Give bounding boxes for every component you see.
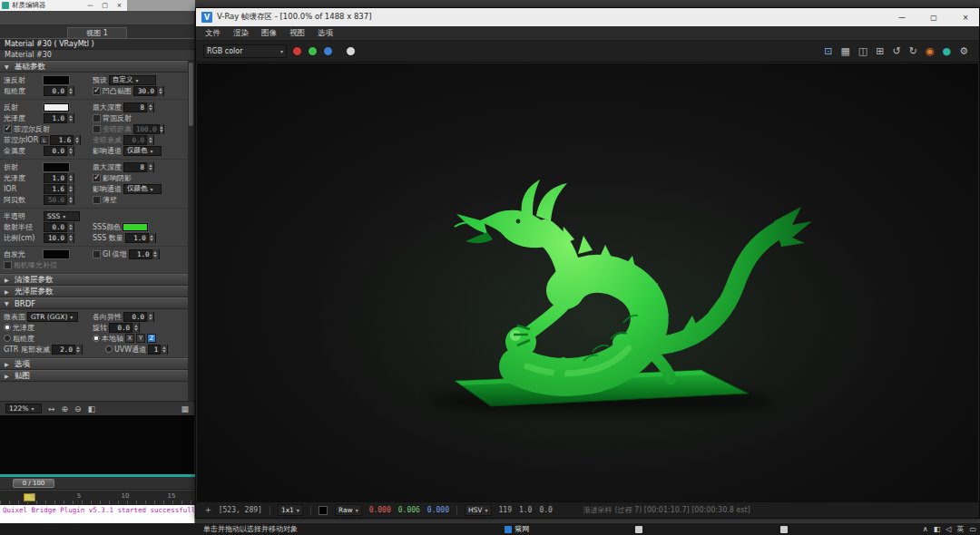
taskbar-app-icon[interactable] xyxy=(635,526,642,533)
save-image-icon[interactable]: ⊡ xyxy=(824,46,832,56)
redo-icon[interactable]: ↻ xyxy=(909,46,917,56)
translucency-dropdown[interactable]: SSS▾ xyxy=(44,211,80,221)
max-viewport[interactable] xyxy=(0,415,195,474)
spinner[interactable] xyxy=(152,249,159,259)
ior-field[interactable]: 1.6 xyxy=(44,184,74,194)
tab-view-1[interactable]: 视图 1 xyxy=(67,27,127,38)
brdf-rough-radio[interactable] xyxy=(4,335,11,342)
undo-icon[interactable]: ↺ xyxy=(892,46,900,56)
rotation-field[interactable]: 0.0 xyxy=(109,323,140,333)
affect-channels-dropdown[interactable]: 仅颜色▾ xyxy=(123,146,162,156)
spinner[interactable] xyxy=(66,233,74,243)
alpha-channel-toggle[interactable] xyxy=(346,46,356,56)
fresnel-ior-field[interactable]: 1.6 xyxy=(50,135,81,145)
bump-checkbox[interactable]: ✓ xyxy=(93,87,101,95)
spinner[interactable] xyxy=(66,86,74,96)
abbe-field[interactable]: 50.0 xyxy=(44,195,74,205)
spinner[interactable] xyxy=(66,195,74,205)
dim-falloff-field[interactable]: 0.0 xyxy=(123,135,154,145)
render-last-icon[interactable]: ◉ xyxy=(926,46,935,56)
scatter-radius-field[interactable]: 0.0 xyxy=(44,222,74,232)
blue-channel-toggle[interactable] xyxy=(323,46,333,56)
uvw-channel-radio[interactable] xyxy=(105,345,113,353)
gtr-falloff-field[interactable]: 2.0 xyxy=(52,345,83,355)
spinner[interactable] xyxy=(66,222,74,232)
fit-view-icon[interactable]: ◧ xyxy=(88,404,96,413)
sss-amount-field[interactable]: 1.0 xyxy=(125,233,156,243)
back-reflect-checkbox[interactable] xyxy=(93,114,101,122)
scale-field[interactable]: 10.0 xyxy=(44,233,74,243)
maximize-button[interactable]: ▢ xyxy=(99,2,111,9)
rollout-maps[interactable]: ▶ 贴图 xyxy=(0,370,188,382)
track-bar[interactable]: 0 5 10 15 xyxy=(0,490,195,505)
rollout-coat[interactable]: ▶ 清漆层参数 xyxy=(0,274,188,286)
refract-depth-field[interactable]: 8 xyxy=(123,162,154,172)
material-name-field[interactable]: Material #30 xyxy=(0,50,194,61)
interactive-render-icon[interactable]: ● xyxy=(943,46,952,56)
spinner[interactable] xyxy=(132,323,139,333)
ime-indicator[interactable]: 英 xyxy=(956,524,964,534)
sss-color-swatch[interactable] xyxy=(122,223,148,231)
close-button[interactable]: × xyxy=(113,2,125,9)
axis-z-button[interactable]: Z xyxy=(147,334,156,343)
rollout-brdf[interactable]: ▼ BRDF xyxy=(0,297,188,309)
axis-y-button[interactable]: Y xyxy=(136,334,145,343)
menu-view[interactable]: 视图 xyxy=(289,28,305,39)
spinner[interactable] xyxy=(156,86,163,96)
spinner[interactable] xyxy=(66,173,74,183)
settings-gear-icon[interactable]: ⚙ xyxy=(959,46,968,56)
spinner[interactable] xyxy=(146,162,153,172)
max-depth-field[interactable]: 8 xyxy=(123,102,154,112)
reflect-color-swatch[interactable] xyxy=(44,103,69,112)
dim-distance-checkbox[interactable] xyxy=(93,125,101,133)
rollout-sheen[interactable]: ▶ 光泽层参数 xyxy=(0,286,188,297)
hidden-icons-chevron[interactable]: ∧ xyxy=(923,525,928,533)
spinner[interactable] xyxy=(148,233,155,243)
parameter-scrollbar[interactable] xyxy=(188,61,194,401)
taskbar-app-icon[interactable] xyxy=(780,526,788,533)
microfacet-dropdown[interactable]: GTR (GGX)▾ xyxy=(27,312,78,322)
maxscript-mini-listener[interactable]: Quixel Bridge Plugin v5.3.1 started succ… xyxy=(0,505,195,523)
anisotropy-field[interactable]: 0.0 xyxy=(123,312,154,322)
refract-color-swatch[interactable] xyxy=(44,163,69,171)
refract-gloss-field[interactable]: 1.0 xyxy=(44,173,74,183)
fresnel-ior-lock-icon[interactable]: L xyxy=(40,136,48,144)
vfb-close-button[interactable]: × xyxy=(952,8,979,26)
vfb-maximize-button[interactable]: ▢ xyxy=(920,8,947,26)
history-icon[interactable]: ▦ xyxy=(840,46,849,56)
bump-field[interactable]: 30.0 xyxy=(133,86,164,96)
spinner[interactable] xyxy=(146,102,153,112)
red-channel-toggle[interactable] xyxy=(292,46,302,56)
render-canvas[interactable] xyxy=(197,63,978,501)
menu-file[interactable]: 文件 xyxy=(205,28,220,39)
time-slider-track[interactable]: 0 / 100 xyxy=(0,477,195,490)
thin-walled-checkbox[interactable] xyxy=(93,196,101,204)
spinner[interactable] xyxy=(66,113,74,123)
time-slider-handle[interactable]: 0 / 100 xyxy=(13,479,54,488)
spinner[interactable] xyxy=(66,184,74,194)
notification-icon[interactable]: ▭ xyxy=(969,525,976,533)
multiplier-field[interactable]: 1.0 xyxy=(129,249,160,259)
zoom-in-icon[interactable]: ⊕ xyxy=(62,404,69,413)
rollout-basic-params[interactable]: ▼ 基础参数 xyxy=(0,61,188,73)
menu-image[interactable]: 图像 xyxy=(261,28,277,39)
zoom-dropdown[interactable]: 122%▾ xyxy=(5,404,42,413)
network-icon[interactable]: ◧ xyxy=(934,525,941,533)
local-axis-radio[interactable] xyxy=(93,335,100,342)
spinner[interactable] xyxy=(160,345,167,355)
reflect-gloss-field[interactable]: 1.0 xyxy=(44,113,74,123)
roughness-field[interactable]: 0.0 xyxy=(44,86,74,96)
material-editor-titlebar[interactable]: 材质编辑器 — ▢ × xyxy=(0,0,127,11)
spinner[interactable] xyxy=(146,135,153,145)
pixel-grid-icon[interactable]: ⊞ xyxy=(876,46,884,56)
brdf-gloss-radio[interactable] xyxy=(4,324,11,331)
spinner[interactable] xyxy=(159,124,163,134)
minimize-button[interactable]: — xyxy=(84,2,96,9)
spinner[interactable] xyxy=(146,312,153,322)
dim-distance-field[interactable]: 100.0 xyxy=(133,124,164,134)
camera-comp-checkbox[interactable] xyxy=(4,261,12,269)
selfillum-color-swatch[interactable] xyxy=(44,250,69,258)
channel-dropdown[interactable]: RGB color▾ xyxy=(203,44,287,58)
preset-dropdown[interactable]: 自定义▾ xyxy=(109,75,156,85)
uvw-channel-field[interactable]: 1 xyxy=(148,345,168,355)
